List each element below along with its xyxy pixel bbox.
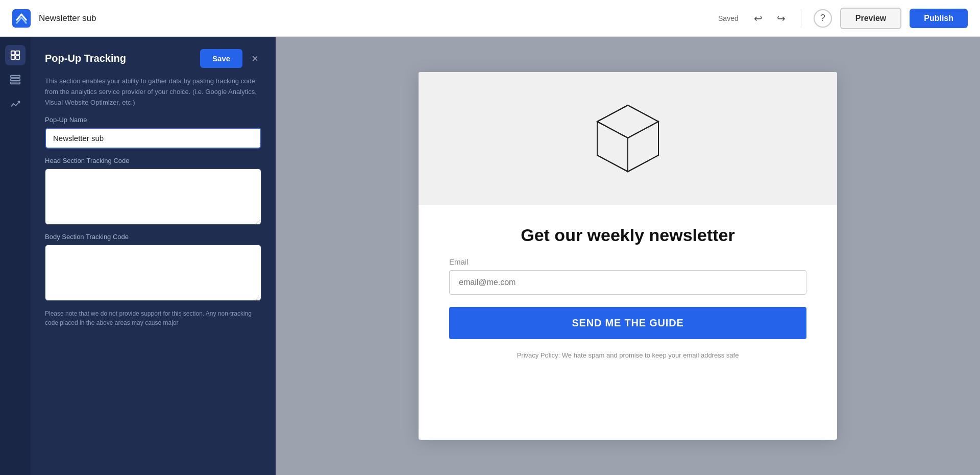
app-title: Newsletter sub [39, 13, 96, 23]
popup-email-section: Email [449, 257, 806, 295]
popup-email-input[interactable] [449, 270, 806, 295]
svg-rect-5 [11, 76, 20, 78]
head-tracking-field: Head Section Tracking Code [45, 157, 261, 225]
svg-marker-11 [628, 122, 658, 172]
undo-button[interactable]: ↩ [751, 9, 766, 28]
svg-line-13 [597, 122, 628, 138]
logo [12, 9, 31, 28]
popup-card: Get our weekly newsletter Email SEND ME … [419, 72, 837, 440]
popup-image-area [419, 72, 837, 205]
body-tracking-field: Body Section Tracking Code [45, 233, 261, 301]
panel-close-button[interactable]: × [249, 51, 261, 66]
popup-heading: Get our weekly newsletter [521, 225, 735, 245]
main-layout: Pop-Up Tracking Save × This section enab… [0, 37, 980, 475]
saved-status: Saved [718, 14, 739, 22]
icon-rail [0, 37, 31, 475]
panel-title: Pop-Up Tracking [45, 53, 194, 64]
popup-submit-button[interactable]: SEND ME THE GUIDE [449, 307, 806, 339]
popup-privacy-text: Privacy Policy: We hate spam and promise… [517, 351, 739, 359]
head-tracking-label: Head Section Tracking Code [45, 157, 261, 164]
canvas-area: Get our weekly newsletter Email SEND ME … [276, 37, 980, 475]
redo-button[interactable]: ↪ [774, 9, 789, 28]
popup-name-input[interactable] [45, 128, 261, 149]
popup-name-field: Pop-Up Name [45, 116, 261, 149]
help-button[interactable]: ? [814, 9, 832, 28]
panel-note: Please note that we do not provide suppo… [45, 309, 261, 327]
panel-description: This section enables your ability to gat… [45, 76, 261, 108]
topbar-divider [801, 9, 801, 28]
logo-icon [12, 9, 31, 28]
svg-rect-3 [11, 56, 15, 59]
svg-rect-7 [11, 82, 20, 84]
popup-name-label: Pop-Up Name [45, 116, 261, 124]
popup-email-label: Email [449, 257, 806, 266]
sidebar-item-layers[interactable] [5, 45, 26, 65]
svg-rect-1 [11, 51, 15, 55]
panel-header: Pop-Up Tracking Save × [45, 49, 261, 68]
sidebar-item-blocks[interactable] [5, 69, 26, 90]
sidebar-item-analytics[interactable] [5, 94, 26, 114]
body-tracking-input[interactable] [45, 245, 261, 301]
svg-marker-10 [597, 122, 628, 172]
publish-button[interactable]: Publish [910, 9, 968, 28]
head-tracking-input[interactable] [45, 169, 261, 225]
svg-rect-4 [16, 56, 19, 59]
svg-line-14 [628, 122, 658, 138]
topbar: Newsletter sub Saved ↩ ↪ ? Preview Publi… [0, 0, 980, 37]
svg-rect-2 [16, 51, 19, 55]
panel-save-button[interactable]: Save [200, 49, 242, 68]
tracking-panel: Pop-Up Tracking Save × This section enab… [31, 37, 276, 475]
body-tracking-label: Body Section Tracking Code [45, 233, 261, 241]
svg-marker-9 [597, 105, 658, 138]
popup-body: Get our weekly newsletter Email SEND ME … [419, 205, 837, 359]
svg-rect-6 [11, 79, 20, 81]
cube-illustration [584, 95, 671, 182]
preview-button[interactable]: Preview [840, 8, 901, 29]
